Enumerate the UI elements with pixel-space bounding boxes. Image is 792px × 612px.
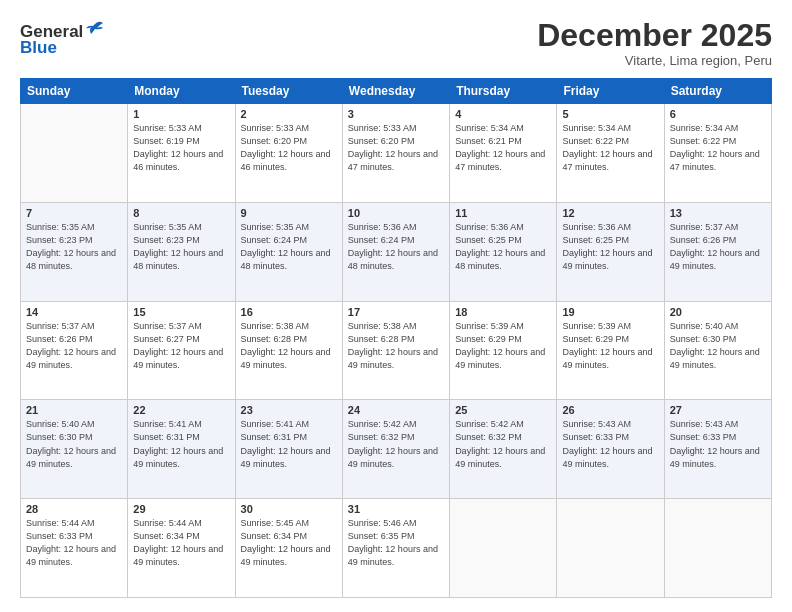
day-info: Sunrise: 5:36 AMSunset: 6:25 PMDaylight:… [455,221,551,273]
day-info: Sunrise: 5:38 AMSunset: 6:28 PMDaylight:… [241,320,337,372]
calendar-cell: 14Sunrise: 5:37 AMSunset: 6:26 PMDayligh… [21,301,128,400]
calendar-cell: 9Sunrise: 5:35 AMSunset: 6:24 PMDaylight… [235,202,342,301]
calendar-cell: 26Sunrise: 5:43 AMSunset: 6:33 PMDayligh… [557,400,664,499]
calendar-cell: 5Sunrise: 5:34 AMSunset: 6:22 PMDaylight… [557,104,664,203]
day-info: Sunrise: 5:33 AMSunset: 6:19 PMDaylight:… [133,122,229,174]
calendar-cell [21,104,128,203]
calendar-cell: 16Sunrise: 5:38 AMSunset: 6:28 PMDayligh… [235,301,342,400]
calendar-cell [450,499,557,598]
day-number: 26 [562,404,658,416]
day-number: 24 [348,404,444,416]
day-number: 3 [348,108,444,120]
calendar-cell: 11Sunrise: 5:36 AMSunset: 6:25 PMDayligh… [450,202,557,301]
day-info: Sunrise: 5:39 AMSunset: 6:29 PMDaylight:… [562,320,658,372]
calendar-cell: 6Sunrise: 5:34 AMSunset: 6:22 PMDaylight… [664,104,771,203]
calendar-cell: 2Sunrise: 5:33 AMSunset: 6:20 PMDaylight… [235,104,342,203]
day-info: Sunrise: 5:35 AMSunset: 6:23 PMDaylight:… [133,221,229,273]
calendar-cell: 18Sunrise: 5:39 AMSunset: 6:29 PMDayligh… [450,301,557,400]
calendar-cell: 8Sunrise: 5:35 AMSunset: 6:23 PMDaylight… [128,202,235,301]
day-number: 18 [455,306,551,318]
weekday-header-row: SundayMondayTuesdayWednesdayThursdayFrid… [21,79,772,104]
day-number: 30 [241,503,337,515]
location-subtitle: Vitarte, Lima region, Peru [537,53,772,68]
day-number: 9 [241,207,337,219]
calendar-table: SundayMondayTuesdayWednesdayThursdayFrid… [20,78,772,598]
day-number: 1 [133,108,229,120]
day-info: Sunrise: 5:39 AMSunset: 6:29 PMDaylight:… [455,320,551,372]
calendar-cell: 12Sunrise: 5:36 AMSunset: 6:25 PMDayligh… [557,202,664,301]
day-info: Sunrise: 5:42 AMSunset: 6:32 PMDaylight:… [455,418,551,470]
day-number: 20 [670,306,766,318]
calendar-week-row-0: 1Sunrise: 5:33 AMSunset: 6:19 PMDaylight… [21,104,772,203]
calendar-cell: 19Sunrise: 5:39 AMSunset: 6:29 PMDayligh… [557,301,664,400]
day-info: Sunrise: 5:36 AMSunset: 6:25 PMDaylight:… [562,221,658,273]
day-info: Sunrise: 5:41 AMSunset: 6:31 PMDaylight:… [133,418,229,470]
day-number: 4 [455,108,551,120]
day-info: Sunrise: 5:35 AMSunset: 6:24 PMDaylight:… [241,221,337,273]
calendar-cell: 20Sunrise: 5:40 AMSunset: 6:30 PMDayligh… [664,301,771,400]
calendar-cell: 15Sunrise: 5:37 AMSunset: 6:27 PMDayligh… [128,301,235,400]
day-number: 25 [455,404,551,416]
calendar-cell: 27Sunrise: 5:43 AMSunset: 6:33 PMDayligh… [664,400,771,499]
day-number: 15 [133,306,229,318]
day-info: Sunrise: 5:41 AMSunset: 6:31 PMDaylight:… [241,418,337,470]
calendar-cell: 3Sunrise: 5:33 AMSunset: 6:20 PMDaylight… [342,104,449,203]
day-info: Sunrise: 5:37 AMSunset: 6:26 PMDaylight:… [26,320,122,372]
day-info: Sunrise: 5:36 AMSunset: 6:24 PMDaylight:… [348,221,444,273]
weekday-header-tuesday: Tuesday [235,79,342,104]
day-number: 2 [241,108,337,120]
calendar-cell: 1Sunrise: 5:33 AMSunset: 6:19 PMDaylight… [128,104,235,203]
day-number: 12 [562,207,658,219]
calendar-week-row-4: 28Sunrise: 5:44 AMSunset: 6:33 PMDayligh… [21,499,772,598]
calendar-cell: 29Sunrise: 5:44 AMSunset: 6:34 PMDayligh… [128,499,235,598]
day-info: Sunrise: 5:34 AMSunset: 6:22 PMDaylight:… [562,122,658,174]
day-info: Sunrise: 5:44 AMSunset: 6:33 PMDaylight:… [26,517,122,569]
day-info: Sunrise: 5:46 AMSunset: 6:35 PMDaylight:… [348,517,444,569]
weekday-header-monday: Monday [128,79,235,104]
calendar-cell: 23Sunrise: 5:41 AMSunset: 6:31 PMDayligh… [235,400,342,499]
header: General Blue December 2025 Vitarte, Lima… [20,18,772,68]
day-number: 8 [133,207,229,219]
page: General Blue December 2025 Vitarte, Lima… [0,0,792,612]
day-info: Sunrise: 5:38 AMSunset: 6:28 PMDaylight:… [348,320,444,372]
calendar-cell: 4Sunrise: 5:34 AMSunset: 6:21 PMDaylight… [450,104,557,203]
calendar-cell: 30Sunrise: 5:45 AMSunset: 6:34 PMDayligh… [235,499,342,598]
day-number: 21 [26,404,122,416]
weekday-header-sunday: Sunday [21,79,128,104]
calendar-cell: 25Sunrise: 5:42 AMSunset: 6:32 PMDayligh… [450,400,557,499]
calendar-cell: 10Sunrise: 5:36 AMSunset: 6:24 PMDayligh… [342,202,449,301]
day-info: Sunrise: 5:37 AMSunset: 6:27 PMDaylight:… [133,320,229,372]
logo-bird-icon [85,20,105,40]
day-info: Sunrise: 5:44 AMSunset: 6:34 PMDaylight:… [133,517,229,569]
day-number: 5 [562,108,658,120]
day-info: Sunrise: 5:37 AMSunset: 6:26 PMDaylight:… [670,221,766,273]
day-info: Sunrise: 5:40 AMSunset: 6:30 PMDaylight:… [26,418,122,470]
day-info: Sunrise: 5:43 AMSunset: 6:33 PMDaylight:… [670,418,766,470]
day-info: Sunrise: 5:34 AMSunset: 6:22 PMDaylight:… [670,122,766,174]
calendar-cell: 13Sunrise: 5:37 AMSunset: 6:26 PMDayligh… [664,202,771,301]
weekday-header-saturday: Saturday [664,79,771,104]
calendar-week-row-2: 14Sunrise: 5:37 AMSunset: 6:26 PMDayligh… [21,301,772,400]
day-number: 6 [670,108,766,120]
weekday-header-friday: Friday [557,79,664,104]
weekday-header-thursday: Thursday [450,79,557,104]
day-number: 10 [348,207,444,219]
month-title: December 2025 [537,18,772,53]
calendar-cell: 17Sunrise: 5:38 AMSunset: 6:28 PMDayligh… [342,301,449,400]
day-info: Sunrise: 5:35 AMSunset: 6:23 PMDaylight:… [26,221,122,273]
day-number: 17 [348,306,444,318]
day-number: 14 [26,306,122,318]
day-number: 29 [133,503,229,515]
day-number: 13 [670,207,766,219]
day-number: 19 [562,306,658,318]
calendar-cell [664,499,771,598]
calendar-cell [557,499,664,598]
day-number: 16 [241,306,337,318]
day-number: 28 [26,503,122,515]
day-info: Sunrise: 5:40 AMSunset: 6:30 PMDaylight:… [670,320,766,372]
day-info: Sunrise: 5:33 AMSunset: 6:20 PMDaylight:… [241,122,337,174]
calendar-cell: 28Sunrise: 5:44 AMSunset: 6:33 PMDayligh… [21,499,128,598]
day-number: 23 [241,404,337,416]
calendar-cell: 31Sunrise: 5:46 AMSunset: 6:35 PMDayligh… [342,499,449,598]
weekday-header-wednesday: Wednesday [342,79,449,104]
